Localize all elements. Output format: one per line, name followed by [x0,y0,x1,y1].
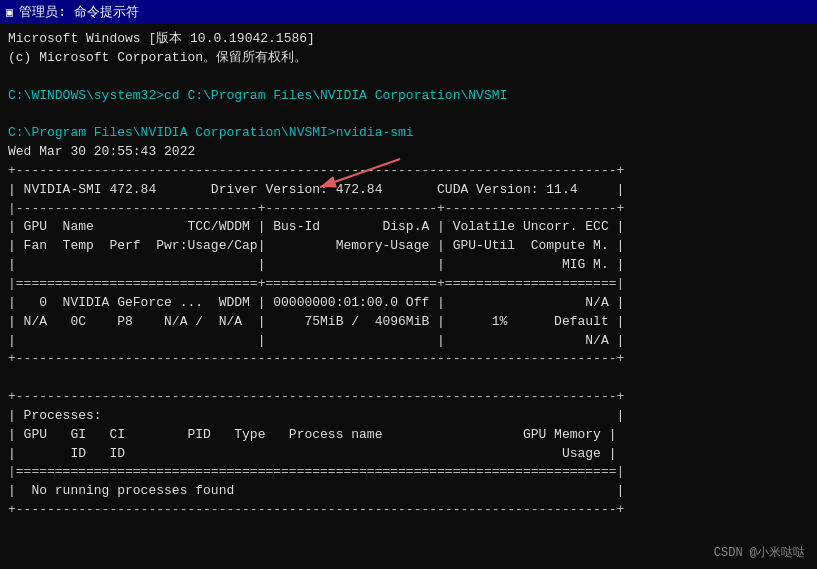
gpu-row-3: | | | N/A | [8,332,809,351]
timestamp-line: Wed Mar 30 20:55:43 2022 [8,143,809,162]
cd-command-line: C:\WINDOWS\system32>cd C:\Program Files\… [8,87,809,106]
divider-3: |===============================+=======… [8,275,809,294]
smi-header: | NVIDIA-SMI 472.84 Driver Version: 472.… [8,181,809,200]
divider-4: +---------------------------------------… [8,350,809,369]
divider-5: +---------------------------------------… [8,388,809,407]
proc-cols: | GPU GI CI PID Type Process name GPU Me… [8,426,809,445]
windows-version-line: Microsoft Windows [版本 10.0.19042.1586] [8,30,809,49]
terminal: Microsoft Windows [版本 10.0.19042.1586] (… [0,24,817,569]
gpu-header-2: | Fan Temp Perf Pwr:Usage/Cap| Memory-Us… [8,237,809,256]
title-bar: ▣ 管理员: 命令提示符 [0,0,817,24]
gpu-row-1: | 0 NVIDIA GeForce ... WDDM | 00000000:0… [8,294,809,313]
gpu-row-2: | N/A 0C P8 N/A / N/A | 75MiB / 4096MiB … [8,313,809,332]
gpu-header-3: | | | MIG M. | [8,256,809,275]
divider-2: |-------------------------------+-------… [8,200,809,219]
proc-none: | No running processes found | [8,482,809,501]
proc-cols-2: | ID ID Usage | [8,445,809,464]
divider-6: |=======================================… [8,463,809,482]
copyright-line: (c) Microsoft Corporation。保留所有权利。 [8,49,809,68]
blank-line-3 [8,369,809,388]
gpu-header-1: | GPU Name TCC/WDDM | Bus-Id Disp.A | Vo… [8,218,809,237]
blank-line-2 [8,105,809,124]
watermark: CSDN @小米哒哒 [714,544,805,561]
blank-line-1 [8,68,809,87]
divider-7: +---------------------------------------… [8,501,809,520]
nvidia-smi-command-line: C:\Program Files\NVIDIA Corporation\NVSM… [8,124,809,143]
cmd-icon: ▣ [6,5,13,20]
proc-header: | Processes: | [8,407,809,426]
title-text: 管理员: 命令提示符 [19,3,139,21]
divider-1: +---------------------------------------… [8,162,809,181]
